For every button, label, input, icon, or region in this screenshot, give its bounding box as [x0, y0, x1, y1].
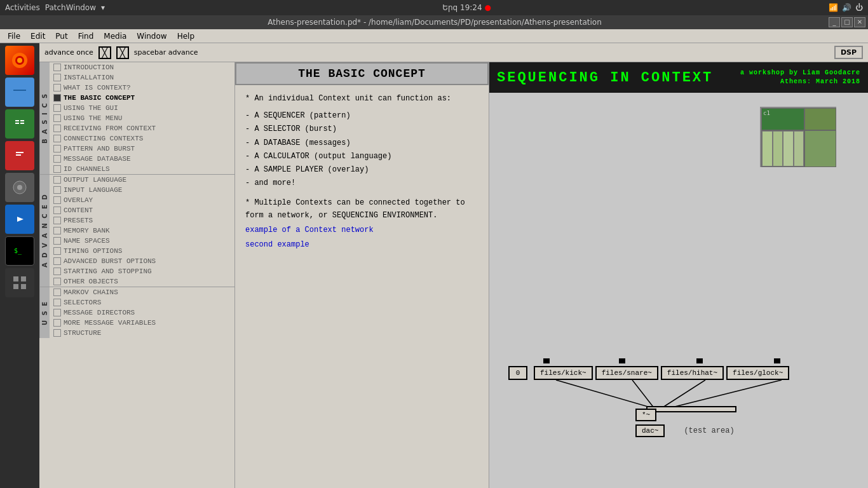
item-checkbox — [53, 237, 61, 245]
sidebar-item-installation[interactable]: INSTALLATION — [50, 72, 234, 83]
dsp-button[interactable]: DSP — [834, 46, 863, 59]
item-label: SELECTORS — [64, 299, 101, 306]
item-label: OUTPUT LANGUAGE — [64, 176, 126, 184]
content-body: * An individual Context unit can functio… — [235, 85, 489, 488]
top-bar-center: Երq 19:24 ● — [442, 3, 491, 12]
item-label: MESSAGE DATABASE — [64, 155, 131, 163]
sidebar-item-timing-options[interactable]: TIMING OPTIONS — [50, 246, 234, 256]
location-label: Athens: March 2018 — [780, 78, 860, 85]
dock-files[interactable] — [5, 78, 34, 107]
spacebar-advance-label: spacebar advance — [134, 48, 198, 57]
dock-video[interactable] — [5, 205, 34, 234]
dock-settings[interactable] — [5, 173, 34, 202]
sidebar-item-output-language[interactable]: OUTPUT LANGUAGE — [50, 175, 234, 185]
maximize-button[interactable]: □ — [841, 17, 853, 27]
dock-spreadsheet[interactable] — [5, 109, 34, 139]
app-name[interactable]: PatchWindow — [45, 3, 96, 12]
menu-window[interactable]: Window — [132, 30, 172, 42]
content-link-second[interactable]: second example — [245, 239, 478, 251]
ctx-top-left: c1 — [761, 108, 804, 130]
item-checkbox — [53, 104, 61, 112]
sidebar-item-selectors[interactable]: SELECTORS — [50, 297, 234, 308]
wifi-icon: 📶 — [829, 3, 838, 12]
use-section-label: u s e — [39, 287, 50, 338]
menu-edit[interactable]: Edit — [25, 30, 50, 42]
dock-grid[interactable] — [5, 268, 34, 297]
sidebar-item-what-is-context[interactable]: WHAT IS CONTEXT? — [50, 83, 234, 93]
content-item-calculator: - A CALCULATOR (output language) — [245, 151, 478, 163]
sidebar-item-markov-chains[interactable]: MARKOV CHAINS — [50, 287, 234, 297]
sidebar-item-memory-bank[interactable]: MEMORY BANK — [50, 226, 234, 236]
menu-help[interactable]: Help — [172, 30, 200, 42]
svg-rect-11 — [16, 152, 24, 153]
sidebar-item-more-message-vars[interactable]: MORE MESSAGE VARIABLES — [50, 318, 234, 328]
sidebar-item-name-spaces[interactable]: NAME SPACES — [50, 236, 234, 246]
dock-firefox[interactable] — [5, 46, 34, 75]
svg-rect-21 — [13, 284, 18, 289]
sidebar-item-using-gui[interactable]: USING THE GUI — [50, 103, 234, 113]
dropdown-arrow[interactable]: ▾ — [101, 3, 105, 12]
item-checkbox — [53, 207, 61, 214]
patch-obj-glock[interactable]: files/glock~ — [726, 366, 789, 380]
item-checkbox — [53, 165, 61, 173]
sidebar-item-introduction[interactable]: INTRODUCTION — [50, 62, 234, 72]
menu-bar: File Edit Put Find Media Window Help — [0, 29, 868, 43]
patch-obj-hihat[interactable]: files/hihat~ — [661, 366, 724, 380]
item-checkbox — [53, 196, 61, 204]
inlet-glock — [774, 358, 780, 363]
sidebar-item-message-directors[interactable]: MESSAGE DIRECTORS — [50, 308, 234, 318]
content-link-example[interactable]: example of a Context network — [245, 224, 478, 236]
item-label: MESSAGE DIRECTORS — [64, 309, 135, 316]
patch-number-box[interactable]: 0 — [508, 366, 527, 380]
sidebar-item-id-channels[interactable]: ID CHANNELS — [50, 164, 234, 174]
main-content-panel: THE BASIC CONCEPT * An individual Contex… — [235, 62, 489, 488]
clock: Երq 19:24 — [442, 3, 482, 12]
advance-once-toggle[interactable]: ╳ — [98, 46, 111, 59]
sidebar-item-connecting-contexts[interactable]: CONNECTING CONTEXTS — [50, 133, 234, 144]
sidebar-item-receiving-from-context[interactable]: RECEIVING FROM CONTEXT — [50, 123, 234, 133]
window-controls[interactable]: _ □ ✕ — [829, 17, 865, 27]
patch-dac-obj[interactable]: dac~ — [635, 424, 665, 437]
item-label: CONTENT — [64, 207, 93, 214]
item-checkbox — [53, 64, 61, 71]
sidebar-item-starting-stopping[interactable]: STARTING AND STOPPING — [50, 266, 234, 276]
dock-terminal[interactable]: $_ — [5, 236, 34, 266]
item-label: PRESETS — [64, 217, 93, 224]
sidebar-item-presets[interactable]: PRESETS — [50, 215, 234, 226]
sidebar-item-basic-concept[interactable]: THE BASIC CONCEPT — [50, 93, 234, 103]
svg-rect-20 — [21, 276, 26, 281]
sidebar-item-other-objects[interactable]: OTHER OBJECTS — [50, 276, 234, 287]
dock-presentation[interactable] — [5, 141, 34, 170]
svg-point-14 — [17, 185, 22, 190]
advance-once-toggle2[interactable]: ╳ — [116, 46, 129, 59]
sidebar-item-message-database[interactable]: MESSAGE DATABASE — [50, 154, 234, 164]
diagram-header: SEQUENCING IN CONTEXT a workshop by Liam… — [489, 62, 868, 93]
sidebar-item-pattern-burst[interactable]: PATTERN AND BURST — [50, 144, 234, 154]
menu-put[interactable]: Put — [50, 30, 72, 42]
sidebar-item-content[interactable]: CONTENT — [50, 205, 234, 215]
menu-find[interactable]: Find — [73, 30, 99, 42]
menu-file[interactable]: File — [3, 30, 25, 42]
sidebar-item-overlay[interactable]: OVERLAY — [50, 195, 234, 205]
item-checkbox — [53, 155, 61, 163]
patch-obj-kick[interactable]: files/kick~ — [534, 366, 593, 380]
activities-label[interactable]: Activities — [5, 3, 40, 12]
item-checkbox — [53, 186, 61, 194]
sidebar-item-input-language[interactable]: INPUT LANGUAGE — [50, 185, 234, 195]
menu-media[interactable]: Media — [98, 30, 132, 42]
ctx-bottom-left — [761, 130, 804, 167]
sidebar-item-structure[interactable]: STRUCTURE — [50, 328, 234, 338]
content-item-database: - A DATABASE (messages) — [245, 137, 478, 149]
sidebar-item-using-menu[interactable]: USING THE MENU — [50, 113, 234, 123]
item-label: PATTERN AND BURST — [64, 145, 135, 152]
item-label: CONNECTING CONTEXTS — [64, 135, 143, 142]
patch-star-obj[interactable]: *~ — [635, 409, 656, 421]
item-checkbox — [53, 257, 61, 265]
patch-obj-snare[interactable]: files/snare~ — [595, 366, 658, 380]
basics-section-label: b a s i c s — [39, 62, 50, 174]
sidebar-item-advanced-burst[interactable]: ADVANCED BURST OPTIONS — [50, 256, 234, 266]
close-button[interactable]: ✕ — [854, 17, 865, 27]
svg-point-2 — [17, 58, 22, 63]
minimize-button[interactable]: _ — [829, 17, 840, 27]
svg-rect-27 — [647, 407, 736, 412]
